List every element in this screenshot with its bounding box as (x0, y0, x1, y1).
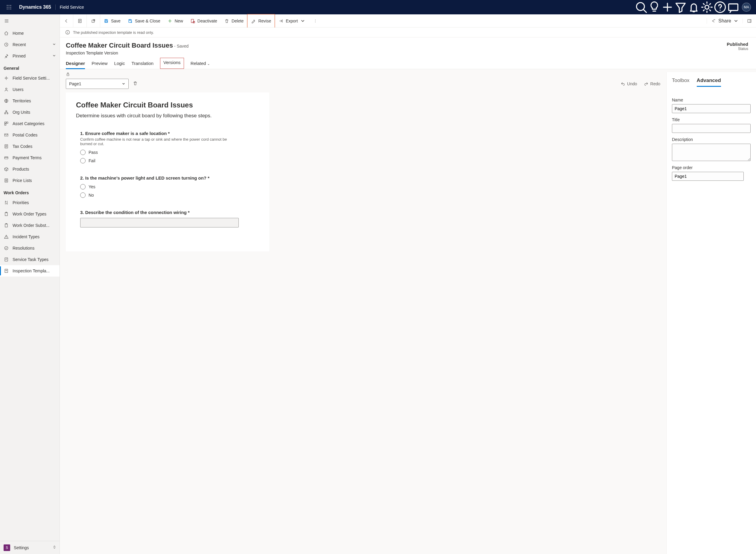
prop-page-order-input[interactable] (672, 172, 744, 181)
global-header: Dynamics 365 Field Service MA (0, 0, 756, 14)
text-answer-input[interactable] (80, 218, 239, 227)
status-value: Published (727, 42, 748, 47)
nav-priorities[interactable]: Priorities (0, 197, 60, 208)
gear-icon[interactable] (700, 0, 713, 14)
tab-preview[interactable]: Preview (91, 58, 108, 69)
nav-pinned[interactable]: Pinned (0, 50, 60, 62)
nav-asset-categories[interactable]: Asset Categories (0, 118, 60, 129)
add-icon[interactable] (661, 0, 674, 14)
nav-org-units[interactable]: Org Units (0, 107, 60, 118)
command-bar: Save Save & Close New Deactivate Delete … (60, 14, 756, 27)
side-pane-button[interactable] (743, 18, 756, 23)
radio-option[interactable]: Pass (80, 150, 259, 155)
tab-designer[interactable]: Designer (66, 58, 85, 69)
nav-postal-codes[interactable]: Postal Codes (0, 129, 60, 141)
nav-label: Users (12, 87, 56, 92)
assistant-icon[interactable] (727, 0, 740, 14)
list-icon (4, 178, 9, 183)
area-label[interactable]: Field Service (60, 5, 84, 10)
question-1[interactable]: 1. Ensure coffee maker is a safe locatio… (80, 131, 259, 163)
page-selector[interactable]: Page1 (66, 79, 129, 89)
prop-description-input[interactable] (672, 144, 751, 161)
props-tab-advanced[interactable]: Advanced (697, 77, 721, 87)
save-button[interactable]: Save (100, 14, 124, 27)
back-button[interactable] (60, 14, 73, 27)
question-title: 1. Ensure coffee maker is a safe locatio… (80, 131, 259, 136)
nav-label: Asset Categories (12, 121, 56, 126)
lightbulb-icon[interactable] (648, 0, 661, 14)
nav-label: Recent (12, 42, 49, 47)
props-tab-toolbox[interactable]: Toolbox (672, 77, 690, 87)
settings-area-badge: S (4, 544, 10, 551)
org-icon (4, 110, 9, 115)
tab-versions[interactable]: Versions (160, 58, 184, 69)
radio-icon (80, 192, 85, 198)
svg-point-1 (9, 5, 9, 6)
radio-option[interactable]: No (80, 192, 259, 198)
avatar[interactable]: MA (740, 0, 753, 14)
svg-point-3 (7, 7, 7, 7)
nav-inspection-templates[interactable]: Inspection Templa... (0, 265, 60, 277)
brand-label[interactable]: Dynamics 365 (15, 4, 56, 10)
nav-label: Resolutions (12, 246, 56, 251)
nav-work-order-types[interactable]: Work Order Types (0, 208, 60, 220)
new-button[interactable]: New (164, 14, 187, 27)
svg-rect-21 (7, 122, 8, 123)
nav-resolutions[interactable]: Resolutions (0, 242, 60, 254)
tab-logic[interactable]: Logic (114, 58, 125, 69)
share-button[interactable]: Share (707, 18, 743, 24)
open-new-window-button[interactable] (87, 14, 100, 27)
radio-icon (80, 158, 85, 163)
nav-recent[interactable]: Recent (0, 39, 60, 50)
prop-name-input[interactable] (672, 104, 751, 113)
radio-icon (80, 150, 85, 155)
nav-home[interactable]: Home (0, 27, 60, 39)
nav-work-order-substatuses[interactable]: Work Order Subst... (0, 220, 60, 231)
nav-label: Org Units (12, 110, 56, 115)
question-3[interactable]: 3. Describe the condition of the connect… (80, 210, 259, 227)
deactivate-button[interactable]: Deactivate (187, 14, 221, 27)
nav-users[interactable]: Users (0, 84, 60, 95)
save-close-button[interactable]: Save & Close (124, 14, 164, 27)
nav-tax-codes[interactable]: Tax Codes (0, 141, 60, 152)
export-button[interactable]: Export (275, 14, 308, 27)
overflow-button[interactable] (309, 14, 322, 27)
tab-related[interactable]: Related⌄ (191, 58, 210, 69)
redo-button[interactable]: Redo (644, 81, 660, 86)
nav-service-task-types[interactable]: Service Task Types (0, 254, 60, 265)
nav-collapse-button[interactable] (0, 14, 60, 27)
search-icon[interactable] (635, 0, 648, 14)
nav-price-lists[interactable]: Price Lists (0, 175, 60, 186)
task-icon (4, 257, 9, 262)
radio-icon (80, 184, 85, 189)
radio-option[interactable]: Fail (80, 158, 259, 163)
nav-territories[interactable]: Territories (0, 95, 60, 107)
nav-incident-types[interactable]: Incident Types (0, 231, 60, 242)
question-2[interactable]: 2. Is the machine's power light and LED … (80, 175, 259, 198)
delete-page-button[interactable] (133, 81, 138, 87)
properties-panel: Toolbox Advanced Name Title Description … (666, 72, 756, 554)
undo-button[interactable]: Undo (621, 81, 637, 86)
revise-button[interactable]: Revise (247, 14, 275, 27)
warning-icon (4, 234, 9, 239)
option-label: Pass (88, 150, 98, 155)
tab-translation[interactable]: Translation (131, 58, 153, 69)
nav-field-service-settings[interactable]: Field Service Setti... (0, 72, 60, 84)
help-icon[interactable] (713, 0, 727, 14)
svg-point-10 (705, 5, 709, 9)
prop-description-label: Description (672, 137, 751, 142)
radio-option[interactable]: Yes (80, 184, 259, 189)
svg-point-41 (315, 19, 316, 20)
filter-icon[interactable] (674, 0, 687, 14)
delete-button[interactable]: Delete (221, 14, 247, 27)
bell-icon[interactable] (687, 0, 700, 14)
cmd-label: Share (718, 18, 731, 24)
form-selector-button[interactable] (73, 14, 87, 27)
prop-title-input[interactable] (672, 124, 751, 133)
app-launcher-button[interactable] (3, 4, 15, 10)
nav-products[interactable]: Products (0, 163, 60, 175)
redo-label: Redo (650, 81, 660, 86)
nav-settings-area[interactable]: S Settings (0, 541, 60, 554)
nav-payment-terms[interactable]: Payment Terms (0, 152, 60, 163)
nav-label: Field Service Setti... (12, 76, 56, 80)
